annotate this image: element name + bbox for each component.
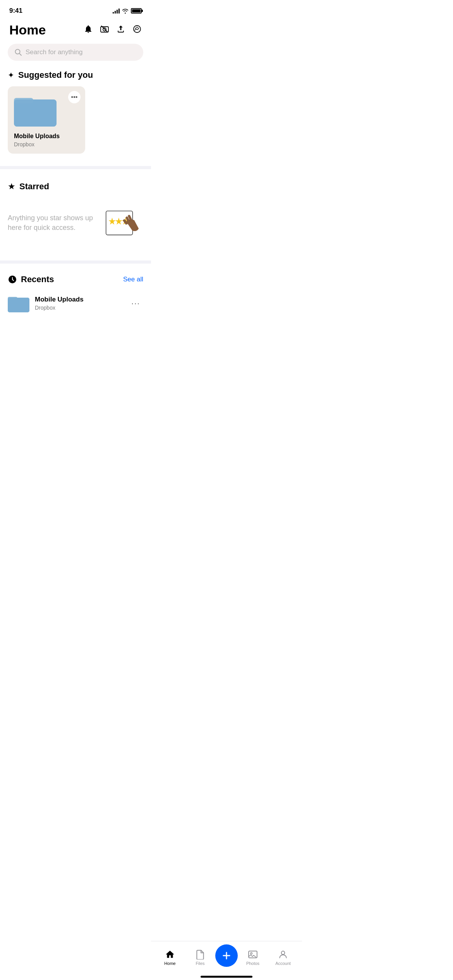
recents-title-wrapper: Recents — [8, 274, 54, 284]
starred-content: Anything you star shows up here for quic… — [8, 198, 143, 248]
recents-header: Recents See all — [0, 267, 151, 289]
divider-2 — [0, 260, 151, 264]
svg-point-6 — [138, 27, 139, 29]
status-bar: 9:41 — [0, 0, 151, 19]
suggested-title-text: Suggested for you — [18, 70, 93, 80]
card-name: Mobile Uploads — [14, 133, 79, 140]
starred-section: ★ Starred Anything you star shows up her… — [0, 172, 151, 257]
card-menu-button[interactable]: ••• — [68, 91, 81, 103]
search-placeholder: Search for anything — [26, 48, 136, 56]
suggested-card[interactable]: ••• Mobile Uploads Dropbox — [8, 86, 85, 154]
recent-folder-icon — [8, 294, 29, 312]
divider-1 — [0, 166, 151, 169]
svg-point-4 — [135, 27, 136, 29]
sparkle-icon: ✦ — [8, 70, 14, 80]
star-icon: ★ — [8, 182, 15, 192]
svg-line-8 — [19, 53, 21, 55]
starred-description: Anything you star shows up here for quic… — [8, 213, 101, 233]
recent-item[interactable]: Mobile Uploads Dropbox ··· — [0, 289, 151, 317]
header: Home — [0, 19, 151, 44]
recents-section: Recents See all Mobile Uploads Dropbox ·… — [0, 267, 151, 317]
suggested-title: ✦ Suggested for you — [8, 70, 143, 80]
recent-item-menu-button[interactable]: ··· — [128, 296, 143, 311]
recent-item-info: Mobile Uploads Dropbox — [35, 296, 123, 311]
card-source: Dropbox — [14, 141, 79, 147]
starred-illustration — [101, 198, 143, 248]
signal-bars-icon — [113, 8, 120, 14]
search-bar[interactable]: Search for anything — [8, 44, 143, 61]
notifications-icon[interactable] — [84, 24, 93, 36]
battery-icon — [131, 8, 142, 14]
svg-point-5 — [137, 27, 138, 28]
clock-icon — [8, 275, 17, 284]
starred-title: ★ Starred — [8, 182, 143, 192]
suggested-section: ✦ Suggested for you ••• Mobile Uploads D… — [0, 70, 151, 163]
search-icon — [15, 49, 22, 56]
recent-item-name: Mobile Uploads — [35, 296, 123, 303]
palette-icon[interactable] — [132, 24, 142, 36]
page-title: Home — [9, 22, 46, 38]
status-icons — [113, 8, 142, 14]
wifi-icon — [122, 9, 129, 14]
folder-icon-large — [14, 93, 57, 127]
svg-point-3 — [134, 26, 141, 33]
recent-item-source: Dropbox — [35, 305, 123, 311]
recents-title-text: Recents — [21, 274, 54, 284]
header-actions — [84, 24, 142, 36]
status-time: 9:41 — [9, 7, 22, 15]
camera-off-icon[interactable] — [100, 24, 109, 36]
svg-rect-11 — [14, 99, 57, 127]
svg-rect-19 — [8, 298, 29, 312]
upload-icon[interactable] — [116, 24, 125, 36]
see-all-button[interactable]: See all — [123, 276, 143, 283]
starred-title-text: Starred — [19, 182, 49, 192]
